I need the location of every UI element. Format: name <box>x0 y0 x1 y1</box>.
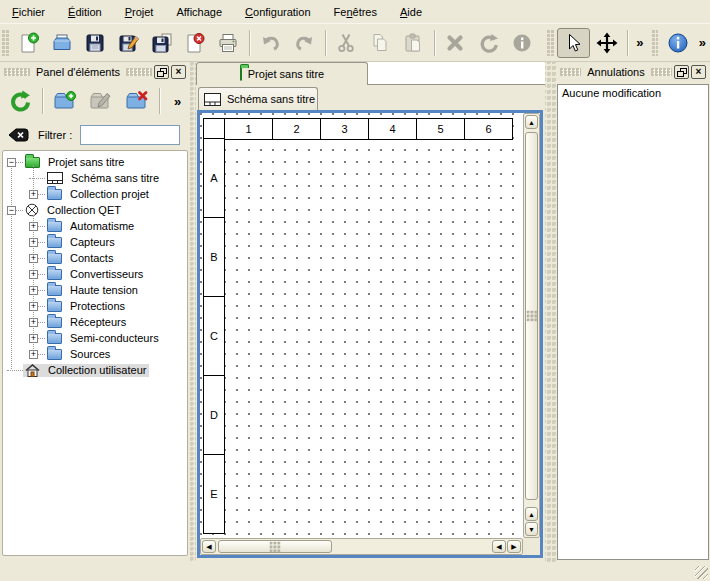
schema-view[interactable]: 1 2 3 4 5 6 A B C D E ▲ ▲ ▼ ◀ <box>197 110 543 558</box>
scroll-up-button-2[interactable]: ▲ <box>525 507 538 521</box>
undo-dock-titlebar[interactable]: Annulations × <box>556 62 710 82</box>
copy-button[interactable] <box>363 28 396 58</box>
element-info-button[interactable] <box>505 28 538 58</box>
menu-fenetres[interactable]: Fenêtres <box>324 3 387 21</box>
expander-icon[interactable]: + <box>29 350 38 359</box>
tree-item-collection-qet[interactable]: − Collection QET <box>3 202 187 218</box>
tree-item-recepteurs[interactable]: + Récepteurs <box>3 314 187 330</box>
tree-item-convertisseurs[interactable]: + Convertisseurs <box>3 266 187 282</box>
left-arrow-icon: ◀ <box>496 543 501 550</box>
scroll-up-button[interactable]: ▲ <box>525 115 538 129</box>
toolbar-drag-handle[interactable] <box>547 30 554 56</box>
rotate-button[interactable] <box>472 28 505 58</box>
expander-icon[interactable]: + <box>29 318 38 327</box>
menu-fichier[interactable]: Fichier <box>2 3 55 21</box>
redo-button[interactable] <box>287 28 320 58</box>
move-mode-button[interactable] <box>590 28 623 58</box>
project-information-button[interactable] <box>661 28 694 58</box>
save-all-button[interactable] <box>145 28 178 58</box>
expander-icon[interactable]: + <box>29 270 38 279</box>
toolbar-overflow-chevron[interactable]: » <box>632 35 647 50</box>
row-header: D <box>203 375 225 455</box>
scroll-down-button[interactable]: ▼ <box>525 522 538 536</box>
cut-button[interactable] <box>330 28 363 58</box>
tree-item-contacts[interactable]: + Contacts <box>3 250 187 266</box>
toolbar-drag-handle[interactable] <box>2 30 9 56</box>
scroll-left-button[interactable]: ◀ <box>202 540 216 553</box>
menu-aide[interactable]: Aide <box>390 3 432 21</box>
new-project-button[interactable] <box>12 28 45 58</box>
dock-close-button[interactable]: × <box>691 65 706 79</box>
expander-icon[interactable]: + <box>29 222 38 231</box>
tree-item-schema-sans-titre[interactable]: Schéma sans titre <box>3 170 187 186</box>
elements-tree[interactable]: − Projet sans titre Schéma sans titre + … <box>2 150 188 556</box>
tree-item-capteurs[interactable]: + Capteurs <box>3 234 187 250</box>
undo-list[interactable]: Aucune modification <box>557 84 709 560</box>
qet-collection-icon <box>25 203 39 217</box>
paste-button[interactable] <box>396 28 429 58</box>
info-grey-icon <box>511 32 533 54</box>
menu-affichage[interactable]: Affichage <box>166 3 232 21</box>
toolbar-separator <box>159 88 160 114</box>
tree-item-collection-projet[interactable]: + Collection projet <box>3 186 187 202</box>
expander-icon[interactable]: + <box>29 302 38 311</box>
menu-projet[interactable]: Projet <box>115 3 164 21</box>
clear-filter-button[interactable] <box>6 126 30 144</box>
save-as-button[interactable] <box>112 28 145 58</box>
tree-item-protections[interactable]: + Protections <box>3 298 187 314</box>
tree-item-sources[interactable]: + Sources <box>3 346 187 362</box>
delete-button[interactable] <box>439 28 472 58</box>
horizontal-scrollbar[interactable]: ◀ ◀ ▶ <box>200 538 523 555</box>
project-folder-icon <box>240 68 242 80</box>
schema-icon <box>204 93 221 106</box>
menu-configuration[interactable]: Configuration <box>235 3 320 21</box>
paste-icon <box>402 32 424 54</box>
scroll-left-button-2[interactable]: ◀ <box>492 540 506 553</box>
expander-icon[interactable]: + <box>29 286 38 295</box>
delete-category-button[interactable] <box>119 84 155 118</box>
menu-edition[interactable]: Édition <box>58 3 112 21</box>
filter-input[interactable] <box>80 125 180 145</box>
close-file-button[interactable] <box>179 28 212 58</box>
dock-float-button[interactable] <box>674 65 689 79</box>
vertical-scroll-thumb[interactable] <box>525 132 538 500</box>
tree-guide <box>11 165 12 369</box>
resize-grip[interactable] <box>695 566 708 579</box>
dock-close-button[interactable]: × <box>171 65 186 79</box>
print-button[interactable] <box>212 28 245 58</box>
open-project-button[interactable] <box>45 28 78 58</box>
elements-panel-titlebar[interactable]: Panel d'éléments × <box>0 62 190 82</box>
toolbar-overflow-chevron[interactable]: » <box>695 35 710 50</box>
edit-category-button[interactable] <box>83 84 119 118</box>
reload-collections-button[interactable] <box>2 84 38 118</box>
horizontal-scroll-thumb[interactable] <box>218 540 332 553</box>
tab-schema-sans-titre[interactable]: Schéma sans titre <box>198 87 318 110</box>
toolbar-drag-handle[interactable] <box>652 30 659 56</box>
scroll-right-button[interactable]: ▶ <box>507 540 521 553</box>
tree-item-collection-utilisateur[interactable]: Collection utilisateur <box>3 362 187 378</box>
right-dock-splitter[interactable] <box>545 62 556 562</box>
schema-canvas[interactable]: 1 2 3 4 5 6 A B C D E <box>200 113 523 538</box>
tree-item-projet-sans-titre[interactable]: − Projet sans titre <box>3 154 187 170</box>
tree-item-automatisme[interactable]: + Automatisme <box>3 218 187 234</box>
save-button[interactable] <box>79 28 112 58</box>
undo-button[interactable] <box>254 28 287 58</box>
save-all-icon <box>151 32 173 54</box>
column-header: 4 <box>368 118 417 140</box>
expander-icon[interactable]: + <box>29 254 38 263</box>
panel-toolbar-overflow-chevron[interactable]: » <box>170 94 185 109</box>
dock-float-button[interactable] <box>154 65 169 79</box>
tree-item-haute-tension[interactable]: + Haute tension <box>3 282 187 298</box>
vertical-scrollbar[interactable]: ▲ ▲ ▼ <box>523 113 540 538</box>
expander-icon[interactable]: + <box>29 334 38 343</box>
tab-projet-sans-titre[interactable]: Projet sans titre <box>196 62 368 85</box>
tree-item-semi-conducteurs[interactable]: + Semi-conducteurs <box>3 330 187 346</box>
toolbar-separator <box>325 30 326 56</box>
pointer-mode-button[interactable] <box>557 28 590 58</box>
expander-icon[interactable]: − <box>7 158 16 167</box>
expander-icon[interactable]: + <box>29 190 38 199</box>
expander-icon[interactable]: − <box>7 206 16 215</box>
expander-icon[interactable]: + <box>29 238 38 247</box>
new-category-button[interactable] <box>47 84 83 118</box>
undo-list-item[interactable]: Aucune modification <box>558 85 708 101</box>
